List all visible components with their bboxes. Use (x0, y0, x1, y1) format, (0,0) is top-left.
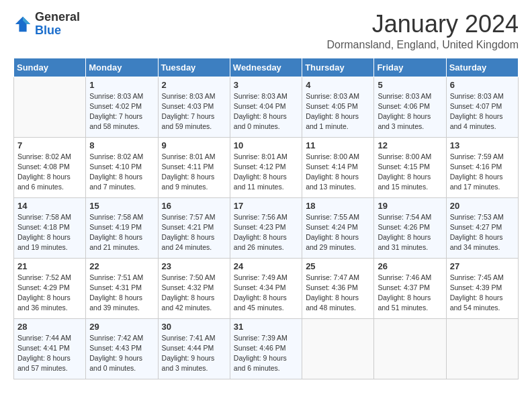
calendar-cell: 14Sunrise: 7:58 AMSunset: 4:18 PMDayligh… (14, 197, 86, 258)
location-subtitle: Dormansland, England, United Kingdom (327, 39, 519, 51)
title-area: January 2024 Dormansland, England, Unite… (327, 11, 519, 51)
day-header-sunday: Sunday (14, 58, 86, 77)
day-number: 12 (378, 140, 442, 150)
calendar-cell: 27Sunrise: 7:45 AMSunset: 4:39 PMDayligh… (446, 258, 518, 318)
week-row-3: 14Sunrise: 7:58 AMSunset: 4:18 PMDayligh… (14, 197, 519, 258)
day-number: 28 (17, 322, 82, 332)
calendar-cell: 3Sunrise: 8:03 AMSunset: 4:04 PMDaylight… (230, 77, 302, 137)
calendar-cell: 6Sunrise: 8:03 AMSunset: 4:07 PMDaylight… (446, 77, 518, 137)
day-info: Sunrise: 7:39 AMSunset: 4:46 PMDaylight:… (234, 333, 298, 374)
day-info: Sunrise: 8:00 AMSunset: 4:15 PMDaylight:… (378, 152, 442, 193)
week-row-1: 1Sunrise: 8:03 AMSunset: 4:02 PMDaylight… (14, 77, 519, 137)
day-number: 16 (162, 201, 226, 211)
day-number: 25 (306, 261, 370, 271)
day-header-wednesday: Wednesday (230, 58, 302, 77)
calendar-cell: 1Sunrise: 8:03 AMSunset: 4:02 PMDaylight… (86, 77, 158, 137)
day-info: Sunrise: 7:58 AMSunset: 4:19 PMDaylight:… (89, 212, 154, 253)
day-info: Sunrise: 7:52 AMSunset: 4:29 PMDaylight:… (17, 273, 82, 314)
day-number: 29 (89, 322, 154, 332)
calendar-cell: 15Sunrise: 7:58 AMSunset: 4:19 PMDayligh… (86, 197, 158, 258)
day-header-monday: Monday (86, 58, 158, 77)
calendar-cell: 10Sunrise: 8:01 AMSunset: 4:12 PMDayligh… (230, 137, 302, 197)
calendar-cell: 23Sunrise: 7:50 AMSunset: 4:32 PMDayligh… (158, 258, 230, 318)
day-info: Sunrise: 7:56 AMSunset: 4:23 PMDaylight:… (234, 212, 298, 253)
day-number: 8 (89, 140, 154, 150)
day-number: 24 (234, 261, 298, 271)
calendar-cell: 25Sunrise: 7:47 AMSunset: 4:36 PMDayligh… (302, 258, 374, 318)
calendar-cell: 20Sunrise: 7:53 AMSunset: 4:27 PMDayligh… (446, 197, 518, 258)
calendar-cell: 2Sunrise: 8:03 AMSunset: 4:03 PMDaylight… (158, 77, 230, 137)
calendar-cell: 16Sunrise: 7:57 AMSunset: 4:21 PMDayligh… (158, 197, 230, 258)
calendar-cell: 4Sunrise: 8:03 AMSunset: 4:05 PMDaylight… (302, 77, 374, 137)
calendar-cell: 30Sunrise: 7:41 AMSunset: 4:44 PMDayligh… (158, 318, 230, 379)
day-info: Sunrise: 7:41 AMSunset: 4:44 PMDaylight:… (162, 333, 226, 374)
month-title: January 2024 (327, 11, 519, 38)
day-number: 13 (450, 140, 515, 150)
day-number: 11 (306, 140, 370, 150)
calendar-cell: 5Sunrise: 8:03 AMSunset: 4:06 PMDaylight… (374, 77, 446, 137)
day-info: Sunrise: 7:44 AMSunset: 4:41 PMDaylight:… (17, 333, 82, 374)
calendar-cell: 21Sunrise: 7:52 AMSunset: 4:29 PMDayligh… (14, 258, 86, 318)
day-header-saturday: Saturday (446, 58, 518, 77)
day-info: Sunrise: 8:03 AMSunset: 4:07 PMDaylight:… (450, 91, 515, 132)
day-info: Sunrise: 7:46 AMSunset: 4:37 PMDaylight:… (378, 273, 442, 314)
day-number: 26 (378, 261, 442, 271)
day-info: Sunrise: 7:57 AMSunset: 4:21 PMDaylight:… (162, 212, 226, 253)
day-info: Sunrise: 7:58 AMSunset: 4:18 PMDaylight:… (17, 212, 82, 253)
logo-icon (13, 15, 32, 34)
calendar-cell (374, 318, 446, 379)
calendar-cell: 8Sunrise: 8:02 AMSunset: 4:10 PMDaylight… (86, 137, 158, 197)
day-info: Sunrise: 8:01 AMSunset: 4:12 PMDaylight:… (234, 152, 298, 193)
day-number: 4 (306, 80, 370, 90)
day-info: Sunrise: 8:00 AMSunset: 4:14 PMDaylight:… (306, 152, 370, 193)
day-header-thursday: Thursday (302, 58, 374, 77)
day-number: 5 (378, 80, 442, 90)
days-header-row: SundayMondayTuesdayWednesdayThursdayFrid… (14, 58, 519, 77)
day-info: Sunrise: 7:50 AMSunset: 4:32 PMDaylight:… (162, 273, 226, 314)
day-number: 30 (162, 322, 226, 332)
day-number: 6 (450, 80, 515, 90)
header: General Blue January 2024 Dormansland, E… (13, 11, 519, 51)
day-info: Sunrise: 8:02 AMSunset: 4:10 PMDaylight:… (89, 152, 154, 193)
day-number: 15 (89, 201, 154, 211)
calendar-cell: 18Sunrise: 7:55 AMSunset: 4:24 PMDayligh… (302, 197, 374, 258)
calendar-cell: 11Sunrise: 8:00 AMSunset: 4:14 PMDayligh… (302, 137, 374, 197)
day-number: 17 (234, 201, 298, 211)
calendar-table: SundayMondayTuesdayWednesdayThursdayFrid… (13, 58, 519, 379)
calendar-cell: 9Sunrise: 8:01 AMSunset: 4:11 PMDaylight… (158, 137, 230, 197)
day-number: 9 (162, 140, 226, 150)
day-info: Sunrise: 8:03 AMSunset: 4:03 PMDaylight:… (162, 91, 226, 132)
day-number: 2 (162, 80, 226, 90)
logo-blue: Blue (35, 24, 61, 37)
day-number: 3 (234, 80, 298, 90)
day-info: Sunrise: 8:01 AMSunset: 4:11 PMDaylight:… (162, 152, 226, 193)
logo-text: General Blue (35, 11, 80, 38)
day-number: 10 (234, 140, 298, 150)
calendar-cell: 19Sunrise: 7:54 AMSunset: 4:26 PMDayligh… (374, 197, 446, 258)
week-row-2: 7Sunrise: 8:02 AMSunset: 4:08 PMDaylight… (14, 137, 519, 197)
calendar-cell: 17Sunrise: 7:56 AMSunset: 4:23 PMDayligh… (230, 197, 302, 258)
calendar-cell (302, 318, 374, 379)
calendar-cell (446, 318, 518, 379)
calendar-cell: 26Sunrise: 7:46 AMSunset: 4:37 PMDayligh… (374, 258, 446, 318)
day-info: Sunrise: 8:02 AMSunset: 4:08 PMDaylight:… (17, 152, 82, 193)
calendar-cell: 31Sunrise: 7:39 AMSunset: 4:46 PMDayligh… (230, 318, 302, 379)
calendar-cell (14, 77, 86, 137)
day-info: Sunrise: 7:47 AMSunset: 4:36 PMDaylight:… (306, 273, 370, 314)
day-header-friday: Friday (374, 58, 446, 77)
day-number: 20 (450, 201, 515, 211)
day-number: 22 (89, 261, 154, 271)
day-number: 31 (234, 322, 298, 332)
day-number: 1 (89, 80, 154, 90)
day-info: Sunrise: 8:03 AMSunset: 4:04 PMDaylight:… (234, 91, 298, 132)
day-number: 21 (17, 261, 82, 271)
day-info: Sunrise: 7:59 AMSunset: 4:16 PMDaylight:… (450, 152, 515, 193)
day-number: 19 (378, 201, 442, 211)
day-info: Sunrise: 7:49 AMSunset: 4:34 PMDaylight:… (234, 273, 298, 314)
day-info: Sunrise: 7:42 AMSunset: 4:43 PMDaylight:… (89, 333, 154, 374)
logo-general: General (35, 10, 80, 24)
day-number: 18 (306, 201, 370, 211)
day-info: Sunrise: 8:03 AMSunset: 4:05 PMDaylight:… (306, 91, 370, 132)
calendar-cell: 28Sunrise: 7:44 AMSunset: 4:41 PMDayligh… (14, 318, 86, 379)
week-row-5: 28Sunrise: 7:44 AMSunset: 4:41 PMDayligh… (14, 318, 519, 379)
